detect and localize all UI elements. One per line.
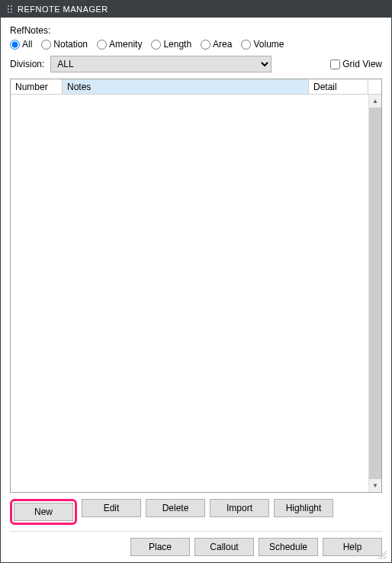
place-button[interactable]: Place: [130, 538, 190, 556]
delete-button[interactable]: Delete: [146, 499, 205, 517]
gridview-toggle[interactable]: Grid View: [330, 59, 382, 69]
filter-amenity[interactable]: Amenity: [97, 39, 142, 50]
filter-area-label: Area: [213, 39, 232, 50]
filter-volume-radio[interactable]: [241, 40, 251, 50]
filter-area-radio[interactable]: [201, 40, 210, 50]
edit-button[interactable]: Edit: [82, 499, 141, 517]
scroll-track[interactable]: [369, 108, 381, 479]
division-label: Division:: [10, 59, 44, 69]
scroll-down-icon[interactable]: ▼: [369, 479, 381, 492]
division-select[interactable]: ALL: [50, 56, 272, 72]
filter-all-label: All: [22, 39, 32, 50]
filter-volume-label: Volume: [253, 39, 284, 50]
action-button-row: New Edit Delete Import Highlight: [10, 499, 382, 525]
table-header: Number Notes Detail: [11, 79, 381, 95]
titlebar[interactable]: REFNOTE MANAGER: [1, 1, 391, 18]
help-button[interactable]: Help: [323, 538, 382, 556]
schedule-button[interactable]: Schedule: [259, 538, 318, 556]
bottom-button-row: Place Callout Schedule Help: [10, 531, 382, 556]
new-button[interactable]: New: [14, 503, 73, 521]
gridview-label: Grid View: [342, 59, 382, 69]
filter-notation[interactable]: Notation: [41, 39, 88, 50]
filter-amenity-radio[interactable]: [97, 40, 107, 50]
callout-button[interactable]: Callout: [194, 538, 254, 556]
filter-all[interactable]: All: [10, 39, 32, 50]
division-row: Division: ALL Grid View: [10, 56, 382, 72]
column-detail[interactable]: Detail: [309, 79, 368, 95]
filter-volume[interactable]: Volume: [241, 39, 284, 50]
refnotes-label: RefNotes:: [10, 25, 382, 36]
content-area: RefNotes: All Notation Amenity Length Ar…: [1, 18, 391, 562]
table-body[interactable]: [11, 95, 381, 492]
scroll-thumb[interactable]: [369, 108, 381, 479]
filter-area[interactable]: Area: [201, 39, 232, 50]
grip-icon: [7, 5, 13, 14]
import-button[interactable]: Import: [210, 499, 269, 517]
vertical-scrollbar[interactable]: ▲ ▼: [368, 95, 381, 492]
filter-length[interactable]: Length: [151, 39, 191, 50]
scroll-up-icon[interactable]: ▲: [369, 95, 381, 108]
gridview-checkbox[interactable]: [330, 60, 340, 69]
filter-all-radio[interactable]: [10, 40, 20, 50]
annotation-highlight: New: [10, 499, 77, 525]
filter-length-label: Length: [163, 39, 191, 50]
column-scroll-spacer: [368, 79, 381, 95]
filter-notation-label: Notation: [53, 39, 88, 50]
filter-length-radio[interactable]: [151, 40, 161, 50]
filter-amenity-label: Amenity: [109, 39, 142, 50]
refnote-manager-window: REFNOTE MANAGER RefNotes: All Notation A…: [0, 0, 392, 563]
refnotes-table: Number Notes Detail ▲ ▼: [10, 79, 382, 493]
filter-row: All Notation Amenity Length Area Volume: [10, 39, 382, 50]
column-notes[interactable]: Notes: [63, 79, 309, 95]
highlight-button[interactable]: Highlight: [274, 499, 333, 517]
window-title: REFNOTE MANAGER: [18, 5, 108, 14]
filter-notation-radio[interactable]: [41, 40, 51, 50]
column-number[interactable]: Number: [11, 79, 63, 95]
